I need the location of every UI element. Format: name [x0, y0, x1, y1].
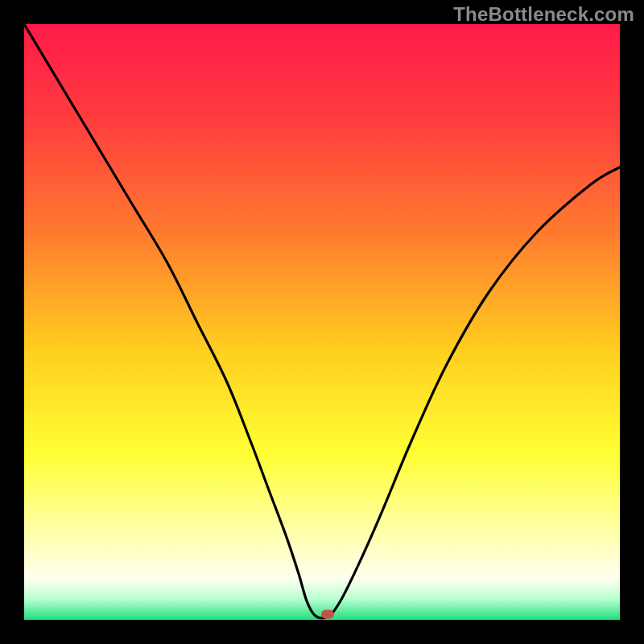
bottleneck-curve: [24, 24, 620, 620]
watermark-text: TheBottleneck.com: [453, 3, 634, 26]
chart-frame: TheBottleneck.com: [0, 0, 644, 644]
plot-area: [24, 24, 620, 620]
optimal-marker: [321, 609, 334, 618]
